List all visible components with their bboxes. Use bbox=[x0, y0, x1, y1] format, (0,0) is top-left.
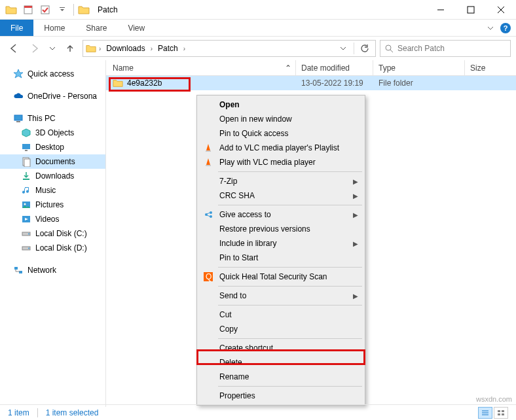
thumbnails-view-button[interactable] bbox=[494, 407, 508, 419]
sidebar-pictures[interactable]: Pictures bbox=[0, 198, 105, 212]
ctx-crc-sha[interactable]: CRC SHA▶ bbox=[198, 188, 363, 203]
address-row: › Downloads › Patch › Search Patch bbox=[0, 37, 516, 60]
ctx-vlc-add-playlist[interactable]: Add to VLC media player's Playlist bbox=[198, 141, 363, 155]
sidebar-3d-objects[interactable]: 3D Objects bbox=[0, 126, 105, 140]
ribbon-tabs: File Home Share View ? bbox=[0, 20, 516, 37]
submenu-arrow-icon: ▶ bbox=[353, 192, 358, 200]
minimize-button[interactable] bbox=[426, 0, 456, 20]
menu-separator bbox=[218, 286, 362, 287]
qat-properties-icon[interactable] bbox=[21, 3, 35, 17]
svg-text:Q: Q bbox=[206, 272, 212, 281]
submenu-arrow-icon: ▶ bbox=[353, 178, 358, 185]
sidebar-local-disk-d[interactable]: Local Disk (D:) bbox=[0, 241, 105, 255]
cloud-icon bbox=[13, 91, 24, 101]
sidebar-network[interactable]: Network bbox=[0, 263, 105, 277]
svg-rect-37 bbox=[502, 410, 504, 412]
ctx-give-access[interactable]: Give access to▶ bbox=[198, 207, 363, 222]
file-tab[interactable]: File bbox=[0, 20, 33, 36]
svg-line-9 bbox=[390, 50, 393, 52]
breadcrumb-downloads[interactable]: Downloads bbox=[103, 44, 147, 53]
search-placeholder: Search Patch bbox=[397, 44, 445, 53]
home-tab[interactable]: Home bbox=[33, 20, 75, 36]
menu-separator bbox=[218, 205, 362, 205]
desktop-icon bbox=[21, 142, 31, 152]
ctx-create-shortcut[interactable]: Create shortcut bbox=[198, 341, 363, 355]
back-button[interactable] bbox=[5, 40, 22, 57]
status-item-count: 1 item bbox=[8, 408, 29, 417]
ctx-pin-start[interactable]: Pin to Start bbox=[198, 251, 363, 265]
status-bar: 1 item 1 item selected bbox=[0, 404, 516, 420]
divider bbox=[354, 43, 354, 54]
svg-rect-13 bbox=[25, 150, 28, 151]
watermark: wsxdn.com bbox=[476, 395, 512, 403]
help-icon[interactable]: ? bbox=[500, 23, 511, 33]
svg-rect-15 bbox=[24, 159, 30, 167]
sidebar-quick-access[interactable]: Quick access bbox=[0, 67, 105, 81]
ctx-include-library[interactable]: Include in library▶ bbox=[198, 236, 363, 251]
sidebar-documents[interactable]: Documents bbox=[0, 154, 105, 169]
ctx-copy[interactable]: Copy bbox=[198, 322, 363, 336]
recent-dropdown[interactable] bbox=[47, 40, 58, 57]
column-date[interactable]: Date modified bbox=[296, 60, 373, 75]
column-headers: Name⌃ Date modified Type Size bbox=[106, 60, 516, 76]
ctx-vlc-play[interactable]: Play with VLC media player bbox=[198, 155, 363, 169]
sidebar-downloads[interactable]: Downloads bbox=[0, 169, 105, 183]
ctx-pin-quick-access[interactable]: Pin to Quick access bbox=[198, 126, 363, 141]
up-button[interactable] bbox=[62, 40, 79, 57]
forward-button[interactable] bbox=[26, 40, 43, 57]
svg-rect-12 bbox=[22, 144, 30, 149]
breadcrumb-patch[interactable]: Patch bbox=[155, 44, 181, 53]
ctx-delete[interactable]: Delete bbox=[198, 355, 363, 370]
close-button[interactable] bbox=[486, 0, 516, 20]
ctx-cut[interactable]: Cut bbox=[198, 307, 363, 322]
ctx-open-new-window[interactable]: Open in new window bbox=[198, 112, 363, 126]
file-row[interactable]: 4e9a232b 13-05-2022 19:19 File folder bbox=[106, 76, 516, 90]
pc-icon bbox=[13, 113, 24, 124]
svg-rect-3 bbox=[60, 7, 65, 8]
qat-dropdown-icon[interactable] bbox=[55, 3, 69, 17]
ctx-7zip[interactable]: 7-Zip▶ bbox=[198, 174, 363, 188]
menu-separator bbox=[218, 338, 362, 339]
view-tab[interactable]: View bbox=[117, 20, 155, 36]
submenu-arrow-icon: ▶ bbox=[353, 292, 358, 300]
maximize-button[interactable] bbox=[456, 0, 486, 20]
ctx-properties[interactable]: Properties bbox=[198, 389, 363, 403]
sidebar-music[interactable]: Music bbox=[0, 183, 105, 198]
address-dropdown-button[interactable] bbox=[335, 41, 351, 56]
sort-indicator-icon: ⌃ bbox=[285, 63, 291, 73]
chevron-right-icon[interactable]: › bbox=[151, 45, 153, 52]
cube-icon bbox=[21, 128, 31, 138]
chevron-right-icon[interactable]: › bbox=[183, 45, 185, 52]
search-input[interactable]: Search Patch bbox=[380, 40, 511, 57]
details-view-button[interactable] bbox=[478, 407, 492, 419]
svg-rect-16 bbox=[23, 179, 29, 180]
sidebar-videos[interactable]: Videos bbox=[0, 212, 105, 226]
ctx-rename[interactable]: Rename bbox=[198, 370, 363, 384]
navigation-sidebar: Quick access OneDrive - Persona This PC … bbox=[0, 60, 106, 407]
svg-point-18 bbox=[24, 203, 26, 205]
sidebar-this-pc[interactable]: This PC bbox=[0, 111, 105, 126]
address-bar[interactable]: › Downloads › Patch › bbox=[83, 40, 376, 57]
column-size[interactable]: Size bbox=[465, 60, 504, 75]
column-type[interactable]: Type bbox=[373, 60, 465, 75]
qat-checkbox-icon[interactable] bbox=[38, 3, 52, 17]
sidebar-local-disk-c[interactable]: Local Disk (C:) bbox=[0, 226, 105, 241]
divider bbox=[37, 408, 38, 417]
ctx-restore-versions[interactable]: Restore previous versions bbox=[198, 222, 363, 236]
ctx-send-to[interactable]: Send to▶ bbox=[198, 289, 363, 303]
refresh-button[interactable] bbox=[357, 41, 373, 56]
file-date: 13-05-2022 19:19 bbox=[296, 79, 373, 88]
title-bar: Patch bbox=[0, 0, 516, 20]
ribbon-expand-icon[interactable] bbox=[487, 25, 494, 31]
column-name[interactable]: Name⌃ bbox=[106, 60, 296, 75]
context-menu: Open Open in new window Pin to Quick acc… bbox=[196, 95, 365, 406]
ctx-open[interactable]: Open bbox=[198, 97, 363, 112]
address-folder-icon bbox=[86, 43, 96, 54]
chevron-right-icon[interactable]: › bbox=[99, 45, 101, 52]
ctx-quick-heal-scan[interactable]: QQuick Heal Total Security Scan bbox=[198, 270, 363, 284]
sidebar-onedrive[interactable]: OneDrive - Persona bbox=[0, 89, 105, 103]
share-tab[interactable]: Share bbox=[75, 20, 117, 36]
sidebar-desktop[interactable]: Desktop bbox=[0, 140, 105, 154]
file-name: 4e9a232b bbox=[127, 79, 162, 88]
documents-icon bbox=[21, 156, 31, 167]
